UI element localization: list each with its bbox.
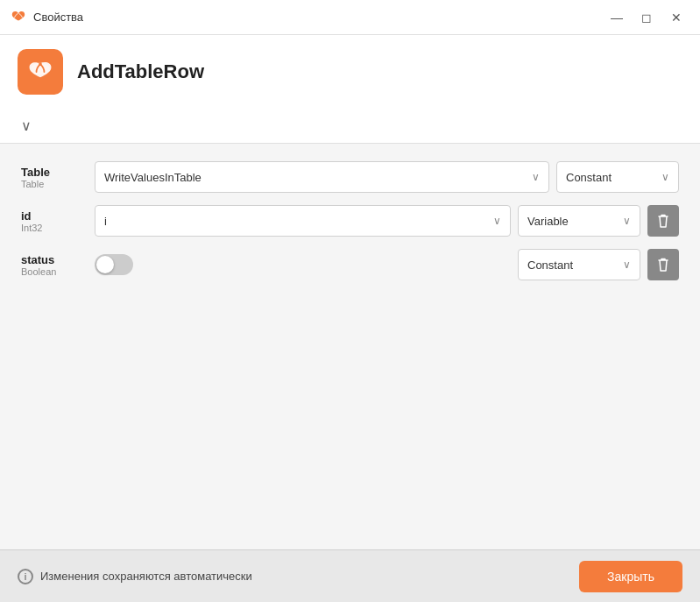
maximize-button[interactable]: ◻ [633, 7, 660, 28]
id-type-dropdown[interactable]: Variable ∨ [518, 205, 640, 237]
prop-label-id: id Int32 [21, 209, 84, 233]
collapse-button[interactable]: ∨ [18, 116, 35, 136]
prop-label-main-status: status [21, 253, 84, 266]
prop-label-table: Table Table [21, 166, 84, 189]
table-type-arrow: ∨ [661, 171, 669, 183]
minimize-button[interactable]: — [604, 7, 630, 28]
prop-row-table: Table Table WriteValuesInTable ∨ Constan… [21, 161, 679, 193]
id-type-arrow: ∨ [623, 215, 631, 227]
status-toggle-slider [95, 254, 133, 275]
app-icon [18, 49, 63, 95]
prop-label-sub-status: Boolean [21, 266, 84, 277]
id-value-text: i [104, 215, 488, 228]
info-icon: i [18, 569, 33, 584]
status-type-arrow: ∨ [623, 259, 631, 271]
properties-area: Table Table WriteValuesInTable ∨ Constan… [0, 144, 700, 549]
close-button[interactable]: Закрыть [579, 561, 682, 592]
prop-row-status: status Boolean Constant ∨ [21, 249, 679, 280]
id-delete-button[interactable] [647, 205, 679, 237]
close-window-button[interactable]: ✕ [663, 7, 689, 28]
prop-input-table: WriteValuesInTable ∨ Constant ∨ [95, 161, 679, 193]
id-type-text: Variable [527, 215, 618, 228]
status-info: i Изменения сохраняются автоматически [18, 569, 252, 584]
id-value-dropdown[interactable]: i ∨ [95, 205, 511, 237]
header-top: AddTableRow [18, 49, 682, 95]
table-type-text: Constant [566, 171, 656, 184]
prop-label-status: status Boolean [21, 253, 84, 277]
prop-input-status: Constant ∨ [95, 249, 679, 280]
prop-label-sub-id: Int32 [21, 223, 84, 233]
title-bar: Свойства — ◻ ✕ [0, 0, 700, 35]
app-title: AddTableRow [77, 60, 204, 83]
prop-label-main-id: id [21, 209, 84, 223]
trash-icon [656, 213, 670, 229]
table-value-arrow: ∨ [532, 171, 540, 183]
window-controls: — ◻ ✕ [604, 7, 689, 28]
status-type-text: Constant [527, 259, 618, 272]
collapse-row: ∨ [18, 109, 682, 143]
prop-input-id: i ∨ Variable ∨ [95, 205, 679, 237]
header-section: AddTableRow ∨ [0, 35, 700, 144]
id-value-arrow: ∨ [493, 215, 501, 227]
prop-row-id: id Int32 i ∨ Variable ∨ [21, 205, 679, 237]
title-bar-text: Свойства [33, 11, 604, 24]
prop-label-sub-table: Table [21, 179, 84, 189]
status-bar: i Изменения сохраняются автоматически За… [0, 549, 700, 602]
prop-label-main-table: Table [21, 166, 84, 179]
status-delete-button[interactable] [647, 249, 679, 280]
status-text: Изменения сохраняются автоматически [40, 570, 252, 583]
table-type-dropdown[interactable]: Constant ∨ [556, 161, 679, 193]
trash-icon-status [656, 257, 670, 273]
app-logo-icon [11, 10, 26, 25]
table-value-text: WriteValuesInTable [104, 171, 527, 184]
svg-point-1 [39, 62, 42, 66]
status-toggle[interactable] [95, 254, 133, 275]
status-type-dropdown[interactable]: Constant ∨ [518, 249, 640, 280]
table-value-dropdown[interactable]: WriteValuesInTable ∨ [95, 161, 549, 193]
main-content: AddTableRow ∨ Table Table WriteValuesInT… [0, 35, 700, 549]
